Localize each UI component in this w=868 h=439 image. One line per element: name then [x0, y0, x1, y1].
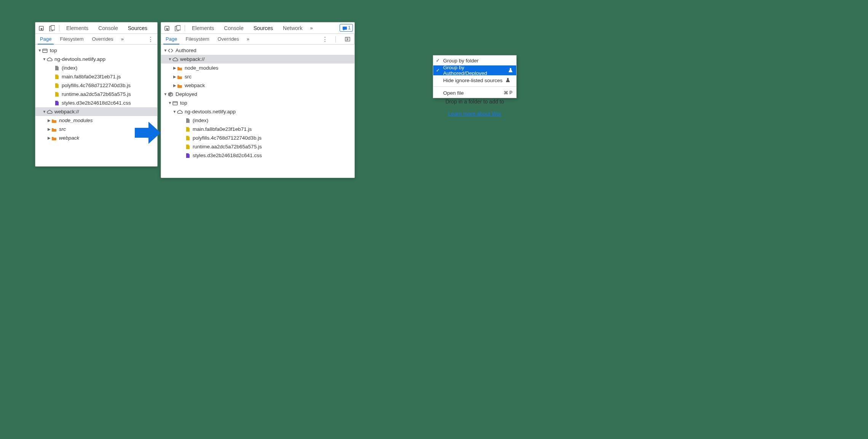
tab-elements[interactable]: Elements	[62, 22, 92, 33]
sources-subtabs: Page Filesystem Overrides » ⋮	[161, 34, 354, 45]
devtools-panel-before: Elements Console Sources Page Filesystem…	[35, 22, 158, 167]
folder-icon	[177, 74, 183, 80]
tree-domain[interactable]: ▼ng-devtools.netlify.app	[161, 107, 354, 116]
tab-console[interactable]: Console	[94, 22, 121, 33]
js-file-icon	[185, 135, 191, 141]
tree-authored[interactable]: ▼Authored	[161, 46, 354, 55]
more-options-icon[interactable]: ⋮	[321, 36, 329, 43]
checkmark-icon: ✓	[436, 68, 440, 73]
ctx-group-by-authored[interactable]: ✓ Group by Authored/Deployed	[433, 65, 516, 75]
css-file-icon	[185, 153, 191, 159]
cloud-icon	[46, 56, 53, 62]
tab-console[interactable]: Console	[220, 22, 247, 33]
js-file-icon	[185, 144, 191, 150]
subtab-overrides[interactable]: Overrides	[215, 34, 241, 44]
tree-webpack[interactable]: ▼webpack://	[35, 107, 157, 116]
folder-icon	[51, 135, 57, 141]
tree-index[interactable]: (index)	[161, 116, 354, 125]
ctx-open-file[interactable]: Open file ⌘ P	[433, 88, 516, 98]
feedback-count: 1	[348, 25, 351, 30]
tree-index[interactable]: (index)	[35, 64, 157, 72]
more-tabs-icon[interactable]: »	[120, 36, 125, 42]
drop-hint-text: Drop in a folder to add to	[434, 99, 515, 105]
cloud-icon	[46, 109, 53, 115]
inspect-icon[interactable]	[163, 24, 171, 32]
tree-folder[interactable]: ▶webpack	[161, 81, 354, 90]
separator	[59, 25, 59, 31]
tab-network[interactable]: Network	[279, 22, 306, 33]
more-tabs-icon[interactable]: »	[308, 25, 314, 31]
subtab-filesystem[interactable]: Filesystem	[57, 34, 86, 44]
more-tabs-icon[interactable]: »	[245, 36, 251, 42]
tree-file[interactable]: polyfills.4c768d7122740d3b.js	[35, 81, 157, 90]
subtab-page[interactable]: Page	[163, 34, 179, 45]
folder-icon	[177, 65, 183, 71]
main-tabs: Elements Console Sources Network » 1	[161, 22, 354, 34]
inspect-icon[interactable]	[37, 24, 45, 32]
js-file-icon	[54, 83, 60, 89]
subtab-page[interactable]: Page	[38, 34, 54, 45]
tab-sources[interactable]: Sources	[124, 22, 151, 33]
tree-file[interactable]: runtime.aa2dc5a72b65a575.js	[35, 90, 157, 99]
feedback-badge[interactable]: 1	[340, 24, 353, 32]
js-file-icon	[185, 126, 191, 132]
flask-icon	[507, 67, 512, 73]
checkmark-icon: ✓	[436, 58, 440, 63]
tree-folder[interactable]: ▶src	[161, 72, 354, 81]
tree-webpack[interactable]: ▼webpack://	[161, 55, 354, 64]
subtab-overrides[interactable]: Overrides	[90, 34, 116, 44]
file-tree-after: ▼Authored ▼webpack:// ▶node_modules ▶src…	[161, 45, 354, 161]
cloud-icon	[177, 109, 183, 115]
device-toggle-icon[interactable]	[173, 24, 182, 32]
tree-domain[interactable]: ▼ng-devtools.netlify.app	[35, 55, 157, 64]
code-icon	[168, 48, 174, 54]
tree-folder[interactable]: ▶node_modules	[161, 64, 354, 72]
menu-separator	[433, 86, 516, 87]
cube-icon	[168, 91, 174, 97]
shortcut-label: ⌘ P	[504, 90, 512, 95]
js-file-icon	[54, 74, 60, 80]
folder-icon	[51, 126, 57, 132]
learn-more-link[interactable]: Learn more about Wor	[448, 111, 501, 117]
tree-file[interactable]: runtime.aa2dc5a72b65a575.js	[161, 142, 354, 151]
panel-toggle-icon[interactable]	[343, 35, 352, 43]
flask-icon	[505, 77, 510, 83]
device-toggle-icon[interactable]	[48, 24, 56, 32]
subtab-filesystem[interactable]: Filesystem	[183, 34, 211, 44]
separator	[185, 25, 185, 31]
main-tabs: Elements Console Sources	[35, 22, 157, 34]
context-menu: ✓ Group by folder ✓ Group by Authored/De…	[433, 55, 517, 98]
separator	[335, 36, 336, 42]
chat-icon	[342, 25, 347, 30]
tree-file[interactable]: styles.d3e2b24618d2c641.css	[161, 151, 354, 160]
js-file-icon	[54, 91, 60, 97]
tab-elements[interactable]: Elements	[188, 22, 218, 33]
cloud-icon	[172, 56, 178, 62]
devtools-panel-after: Elements Console Sources Network » 1 Pag…	[161, 22, 355, 178]
tree-deployed[interactable]: ▼Deployed	[161, 90, 354, 99]
tree-top[interactable]: ▼top	[161, 99, 354, 107]
comparison-arrow-icon	[134, 121, 161, 145]
more-options-icon[interactable]: ⋮	[146, 36, 155, 43]
ctx-group-by-folder[interactable]: ✓ Group by folder	[433, 56, 516, 65]
tab-sources[interactable]: Sources	[250, 22, 277, 33]
ctx-hide-ignored[interactable]: Hide ignore-listed sources	[433, 75, 516, 85]
frame-icon	[42, 48, 48, 54]
folder-icon	[51, 118, 57, 124]
tree-file[interactable]: main.fa8bfa0e23f1eb71.js	[35, 72, 157, 81]
sources-subtabs: Page Filesystem Overrides » ⋮	[35, 34, 157, 45]
tree-file[interactable]: main.fa8bfa0e23f1eb71.js	[161, 125, 354, 134]
tree-file[interactable]: styles.d3e2b24618d2c641.css	[35, 99, 157, 107]
frame-icon	[172, 100, 178, 106]
css-file-icon	[54, 100, 60, 106]
tree-file[interactable]: polyfills.4c768d7122740d3b.js	[161, 134, 354, 142]
workspace-drop-hint: Drop in a folder to add to Learn more ab…	[434, 99, 515, 117]
document-icon	[54, 65, 60, 71]
tree-top[interactable]: ▼top	[35, 46, 157, 55]
folder-icon	[177, 83, 183, 89]
document-icon	[185, 118, 191, 124]
